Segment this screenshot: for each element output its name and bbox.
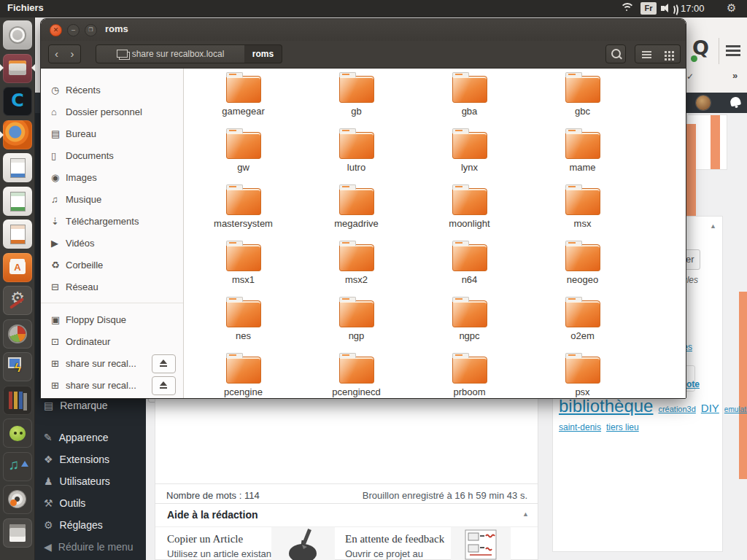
collapse-arrow-icon[interactable]: ▲ bbox=[710, 222, 716, 230]
collapse-arrow-icon[interactable]: ▲ bbox=[522, 510, 529, 518]
window-titlebar[interactable]: ✕ – ❒ roms bbox=[41, 19, 686, 42]
folder-item[interactable]: nes bbox=[203, 296, 285, 352]
tag-link[interactable]: DIY bbox=[701, 402, 719, 414]
ubuntu-dash-icon[interactable] bbox=[3, 20, 32, 50]
breadcrumb-server[interactable]: share sur recalbox.local bbox=[96, 44, 245, 63]
libreoffice-impress-icon[interactable] bbox=[3, 219, 32, 249]
wp-menu-item[interactable]: Extensions bbox=[35, 448, 146, 470]
wp-menu-item[interactable]: Réduire le menu bbox=[35, 536, 146, 558]
folder-item[interactable]: lynx bbox=[429, 128, 511, 184]
sidebar-place-item[interactable]: Récents bbox=[41, 79, 183, 101]
folder-name: mame bbox=[569, 162, 595, 173]
list-view-button[interactable] bbox=[635, 44, 658, 63]
wp-menu-item[interactable]: Réglages bbox=[35, 514, 146, 536]
search-button[interactable] bbox=[605, 44, 626, 63]
libreoffice-calc-icon[interactable] bbox=[3, 187, 32, 216]
tag-link[interactable]: tiers lieu bbox=[606, 422, 639, 432]
system-settings-icon[interactable] bbox=[3, 286, 32, 315]
folder-item[interactable]: gb bbox=[316, 71, 398, 128]
running-indicator bbox=[0, 64, 4, 71]
tag-link[interactable]: bibliothèque bbox=[559, 396, 653, 416]
eject-button[interactable] bbox=[152, 376, 176, 395]
folder-item[interactable]: gba bbox=[429, 71, 511, 128]
folder-item[interactable]: psx bbox=[542, 352, 624, 399]
help-card[interactable]: Copier un Article Utilisez un article ex… bbox=[167, 533, 274, 559]
maximize-icon[interactable]: ❒ bbox=[85, 24, 97, 36]
help-panel-header[interactable]: Aide à la rédaction ▲ bbox=[155, 504, 538, 527]
folder-item[interactable]: msx2 bbox=[316, 240, 398, 296]
avatar[interactable] bbox=[696, 96, 711, 110]
sidebar-device-item[interactable]: share sur recal... bbox=[41, 374, 183, 396]
hamburger-menu-icon[interactable] bbox=[726, 45, 740, 47]
disc-burner-icon[interactable] bbox=[3, 485, 32, 514]
folder-item[interactable]: moonlight bbox=[429, 184, 511, 240]
volume-icon[interactable] bbox=[661, 4, 676, 13]
disk-usage-icon[interactable] bbox=[3, 319, 32, 349]
wp-menu-item[interactable]: Apparence bbox=[35, 427, 146, 448]
libreoffice-writer-icon[interactable] bbox=[3, 153, 32, 182]
notification-bell-icon[interactable] bbox=[729, 96, 741, 107]
folder-item[interactable]: neogeo bbox=[542, 240, 624, 296]
ubuntu-software-icon[interactable] bbox=[3, 253, 32, 282]
folder-name: moonlight bbox=[449, 218, 489, 229]
folder-item[interactable]: ngpc bbox=[429, 296, 511, 352]
folder-item[interactable]: megadrive bbox=[316, 184, 398, 240]
folder-item[interactable]: prboom bbox=[429, 352, 511, 399]
folder-item[interactable]: pcenginecd bbox=[316, 352, 398, 399]
sidebar-device-item[interactable]: Ordinateur bbox=[41, 330, 183, 352]
folder-item[interactable]: gamegear bbox=[203, 71, 285, 128]
c-app-icon[interactable] bbox=[3, 87, 32, 116]
folder-item[interactable]: mastersystem bbox=[203, 184, 285, 240]
sidebar-place-item[interactable]: Bureau bbox=[41, 122, 183, 144]
sidebar-device-item[interactable]: Connexion à un ser bbox=[41, 396, 183, 399]
files-app-icon[interactable] bbox=[3, 54, 32, 83]
sidebar-place-item[interactable]: Musique bbox=[41, 188, 183, 210]
sidebar-device-item[interactable]: Floppy Disque bbox=[41, 308, 183, 330]
firefox-icon[interactable] bbox=[3, 120, 32, 149]
clock[interactable]: 17:00 bbox=[681, 3, 705, 14]
folder-item[interactable]: n64 bbox=[429, 240, 511, 296]
wifi-icon[interactable] bbox=[620, 3, 635, 14]
sidebar-place-item[interactable]: Documents bbox=[41, 144, 183, 166]
keyboard-layout-indicator[interactable]: Fr bbox=[640, 2, 657, 15]
help-card[interactable]: En attente de feedback Ouvrir ce projet … bbox=[345, 533, 444, 559]
tag-link-fragment[interactable]: ote bbox=[686, 379, 700, 389]
floppy-device-icon[interactable] bbox=[3, 518, 32, 548]
remote-desktop-icon[interactable] bbox=[3, 352, 32, 381]
folder-item[interactable]: ngp bbox=[316, 296, 398, 352]
wp-menu-item[interactable]: Outils bbox=[35, 492, 146, 514]
close-icon[interactable]: ✕ bbox=[50, 24, 62, 36]
minimize-icon[interactable]: – bbox=[67, 24, 80, 36]
network-share-icon bbox=[117, 50, 128, 58]
folder-item[interactable]: gbc bbox=[542, 71, 624, 128]
sidebar-place-item[interactable]: Corbeille bbox=[41, 254, 183, 276]
folder-item[interactable]: lutro bbox=[316, 128, 398, 184]
sidebar-place-item[interactable]: Images bbox=[41, 166, 183, 188]
folder-item[interactable]: mame bbox=[542, 128, 624, 184]
library-app-icon[interactable] bbox=[3, 386, 32, 415]
folder-name: gb bbox=[351, 106, 361, 117]
sidebar-device-item[interactable]: share sur recal... bbox=[41, 352, 183, 374]
breadcrumb-current[interactable]: roms bbox=[244, 44, 282, 63]
gear-icon[interactable]: ⚙ bbox=[727, 1, 736, 15]
monster-app-icon[interactable] bbox=[3, 419, 32, 448]
tag-link[interactable]: emulation bbox=[724, 405, 747, 413]
back-button[interactable]: ‹ bbox=[48, 44, 65, 63]
folder-item[interactable]: gw bbox=[203, 128, 285, 184]
tag-link[interactable]: création3d bbox=[658, 405, 695, 413]
sidebar-place-item[interactable]: Dossier personnel bbox=[41, 101, 183, 122]
folder-item[interactable]: msx bbox=[542, 184, 624, 240]
sidebar-place-item[interactable]: Vidéos bbox=[41, 232, 183, 254]
folder-item[interactable]: msx1 bbox=[203, 240, 285, 296]
sidebar-place-item[interactable]: Réseau bbox=[41, 276, 183, 298]
forward-button[interactable]: › bbox=[64, 44, 81, 63]
folder-item[interactable]: o2em bbox=[542, 296, 624, 352]
grid-view-button[interactable] bbox=[657, 44, 681, 63]
sidebar-place-item[interactable]: Téléchargements bbox=[41, 210, 183, 232]
wp-menu-item[interactable]: Utilisateurs bbox=[35, 470, 146, 492]
audio-converter-icon[interactable] bbox=[3, 452, 32, 481]
help-card-title: En attente de feedback bbox=[345, 533, 444, 545]
eject-button[interactable] bbox=[152, 354, 176, 373]
folder-item[interactable]: pcengine bbox=[203, 352, 285, 399]
overflow-chevron-icon[interactable]: » bbox=[732, 70, 738, 81]
